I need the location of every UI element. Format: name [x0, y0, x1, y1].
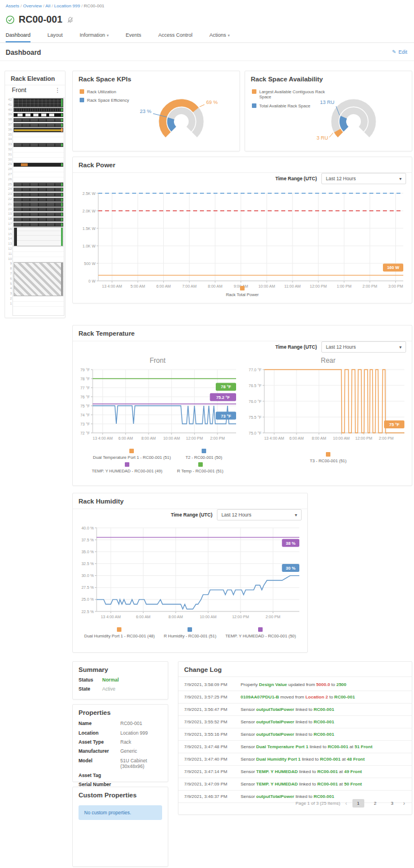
property-row: Asset Tag [73, 771, 168, 780]
rack-device-server-u23[interactable] [14, 193, 63, 197]
title-row: RC00-001 [6, 14, 74, 25]
rack-device-server-u24[interactable] [14, 188, 63, 192]
pagination-summary: Page 1 of 3 (25 Items) [295, 801, 340, 806]
time-range-value: Last 12 Hours [221, 512, 251, 518]
change-log-row: 7/9/2021, 3:56:47 PMSensor outputTotalPo… [178, 704, 412, 716]
breadcrumb-separator: / [19, 3, 23, 8]
pagination-prev-icon[interactable]: ‹ [345, 800, 347, 806]
rack-unit-number: 5 [6, 281, 12, 287]
muted-bell-icon[interactable] [67, 16, 74, 24]
change-log-timestamp: 7/9/2021, 3:56:47 PM [178, 707, 241, 712]
change-log-message: Sensor TEMP. Y HUMEDAD linked to RC00-00… [241, 782, 367, 787]
rack-device-highlight-u36[interactable] [14, 128, 63, 132]
section-divider [0, 60, 414, 61]
breadcrumb-link[interactable]: All [45, 3, 50, 8]
svg-text:72 °F: 72 °F [80, 431, 90, 435]
tab-events[interactable]: Events [126, 32, 142, 42]
rack-device-white-u16[interactable] [14, 227, 63, 246]
rack-unit-number: 18 [6, 216, 12, 222]
rack-unit-row [13, 137, 64, 142]
edit-button[interactable]: ✎ Edit [392, 49, 407, 55]
rack-device-server-u20[interactable] [14, 207, 63, 211]
legend-item: Rack Space Efficiency [80, 98, 159, 103]
change-log-message: Sensor TEMP. Y HUMEDAD linked to RC00-00… [241, 769, 367, 774]
tab-layout[interactable]: Layout [47, 32, 63, 42]
svg-text:38 %: 38 % [286, 541, 295, 546]
rack-device-hatch-u9[interactable] [14, 262, 63, 296]
legend-label: Dual Humidity Port 1 - RC00-001 (48) [84, 633, 155, 639]
breadcrumb-current: RC00-001 [84, 3, 104, 8]
pagination-page-2[interactable]: 2 [369, 799, 381, 808]
legend-label: TEMP. Y HUMEDAD - RC00-001 (49) [91, 468, 162, 474]
rack-unit-number: 1 [6, 301, 12, 306]
legend-label: R Humidity - RC00-001 (51) [164, 633, 216, 639]
breadcrumb-link[interactable]: Location 999 [54, 3, 80, 8]
rack-device-dark-u29[interactable] [14, 163, 63, 167]
legend-item: TEMP. Y HUMEDAD - RC00-001 (50) [225, 627, 296, 639]
occupancy-indicator [61, 198, 63, 201]
tab-actions[interactable]: Actions▾ [210, 32, 230, 42]
rack-power-panel: Rack Power Time Range (UTC) Last 12 Hour… [72, 157, 412, 303]
svg-text:500 W: 500 W [84, 262, 96, 266]
rack-unit-number: 6 [6, 276, 12, 281]
humidity-time-range-select[interactable]: Last 12 Hours ▾ [217, 509, 302, 520]
svg-text:75 °F: 75 °F [389, 422, 399, 427]
rack-space-kpis-legend: Rack UtilizationRack Space Efficiency [80, 89, 159, 103]
legend-item: Rack Utilization [80, 89, 159, 94]
rack-unit-number: 29 [6, 162, 12, 167]
pagination-next-icon[interactable]: › [403, 800, 405, 806]
change-log-timestamp: 7/9/2021, 3:47:48 PM [178, 744, 241, 749]
power-time-range-select[interactable]: Last 12 Hours ▾ [321, 173, 406, 184]
rack-device-server-u25[interactable] [14, 183, 63, 186]
tab-information[interactable]: Information▾ [80, 32, 109, 42]
breadcrumb-link[interactable]: Overview [23, 3, 42, 8]
summary-label: Status [79, 677, 102, 683]
change-log-timestamp: 7/9/2021, 3:55:52 PM [178, 719, 241, 724]
rack-unit-number: 2 [6, 296, 12, 301]
rack-device-server-u37[interactable] [14, 123, 63, 127]
rack-device-patch-u39[interactable] [14, 113, 63, 117]
rack-unit-row [13, 172, 64, 177]
rack-space-kpis-panel: Rack Space KPIs 69 %23 % Rack Utilizatio… [72, 71, 240, 151]
change-log-row: 7/9/2021, 3:55:16 PMSensor outputTotalPo… [178, 728, 412, 741]
svg-text:1.5K W: 1.5K W [82, 227, 95, 231]
rack-device-server-u33[interactable] [14, 143, 63, 147]
rack-device-vent-u40[interactable] [14, 108, 63, 112]
rack-unit-number: 25 [6, 182, 12, 187]
legend-swatch [188, 627, 192, 632]
kebab-menu-icon[interactable]: ⋮ [55, 87, 60, 93]
rack-device-server-u22[interactable] [14, 198, 63, 202]
change-log-message: Sensor Dual Humidity Port 1 linked to RC… [241, 757, 369, 762]
occupancy-indicator [61, 124, 63, 127]
svg-text:10:00 AM: 10:00 AM [163, 436, 180, 440]
property-row: Asset TypeRack [73, 737, 168, 747]
rack-device-server-u38[interactable] [14, 118, 63, 122]
rack-space-availability-panel: Rack Space Availability 3 RU13 RU Larges… [245, 71, 412, 151]
rack-unit-row [13, 252, 64, 257]
property-row: NameRC00-001 [73, 719, 168, 728]
rack-device-server-u17[interactable] [14, 223, 63, 227]
rack-unit-number: 33 [6, 142, 12, 147]
svg-text:13 4:00 AM: 13 4:00 AM [264, 436, 285, 440]
breadcrumb-separator: / [50, 3, 54, 8]
temperature-time-range-select[interactable]: Last 12 Hours ▾ [321, 341, 406, 353]
rack-device-mesh-u42[interactable] [14, 98, 63, 107]
occupancy-indicator [61, 263, 63, 296]
legend-swatch [326, 452, 330, 457]
tab-access-control[interactable]: Access Control [158, 32, 193, 42]
pagination-page-3[interactable]: 3 [386, 799, 398, 808]
svg-text:78 °F: 78 °F [80, 377, 90, 381]
change-log-row: 7/9/2021, 3:58:09 PMProperty Design Valu… [178, 679, 412, 691]
rack-unit-number: 40 [6, 107, 12, 112]
pagination-page-1[interactable]: 1 [352, 799, 364, 808]
rack-device-server-u19[interactable] [14, 212, 63, 216]
rack-temperature-title: Rack Temperature [73, 326, 412, 341]
rack-unit-number: 15 [6, 232, 12, 237]
rack-device-server-u21[interactable] [14, 202, 63, 206]
rack-unit-number: 32 [6, 147, 12, 152]
occupancy-indicator [61, 114, 63, 116]
tab-dashboard[interactable]: Dashboard [6, 32, 30, 42]
breadcrumb-link[interactable]: Assets [6, 3, 19, 8]
rack-device-server-u18[interactable] [14, 218, 63, 222]
change-log-timestamp: 7/9/2021, 3:46:37 PM [178, 794, 241, 799]
